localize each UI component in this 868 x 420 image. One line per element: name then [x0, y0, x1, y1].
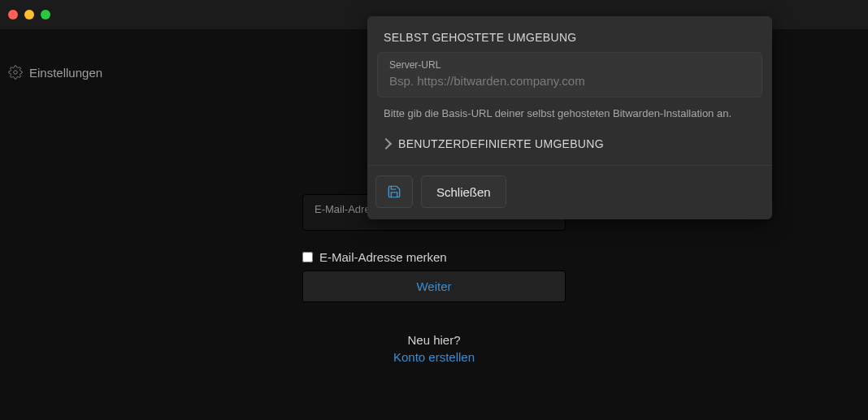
window-close-icon[interactable] — [8, 10, 18, 19]
close-button[interactable]: Schließen — [421, 175, 506, 208]
create-account-link[interactable]: Konto erstellen — [302, 350, 566, 364]
window-controls — [8, 10, 50, 19]
continue-button[interactable]: Weiter — [302, 271, 566, 302]
remember-email-checkbox[interactable] — [302, 252, 313, 262]
custom-env-label: BENUTZERDEFINIERTE UMGEBUNG — [398, 137, 604, 150]
server-url-field[interactable]: Server-URL — [377, 52, 762, 97]
remember-email-row[interactable]: E-Mail-Adresse merken — [302, 250, 566, 264]
server-url-input[interactable] — [389, 74, 750, 88]
settings-button[interactable]: Einstellungen — [8, 65, 102, 80]
remember-email-label: E-Mail-Adresse merken — [319, 250, 447, 264]
custom-env-expander[interactable]: BENUTZERDEFINIERTE UMGEBUNG — [377, 132, 762, 165]
gear-icon — [8, 65, 23, 80]
settings-label: Einstellungen — [29, 66, 102, 80]
window-maximize-icon[interactable] — [41, 10, 50, 19]
svg-point-0 — [14, 71, 18, 75]
server-url-help-text: Bitte gib die Basis-URL deiner selbst ge… — [384, 107, 756, 119]
new-here-text: Neu hier? — [302, 333, 566, 347]
self-hosted-env-modal: SELBST GEHOSTETE UMGEBUNG Server-URL Bit… — [367, 16, 772, 219]
save-button[interactable] — [375, 175, 413, 208]
save-icon — [387, 184, 401, 199]
window-minimize-icon[interactable] — [24, 10, 34, 19]
server-url-label: Server-URL — [389, 59, 750, 71]
chevron-right-icon — [380, 138, 392, 149]
modal-title: SELBST GEHOSTETE UMGEBUNG — [367, 16, 772, 52]
